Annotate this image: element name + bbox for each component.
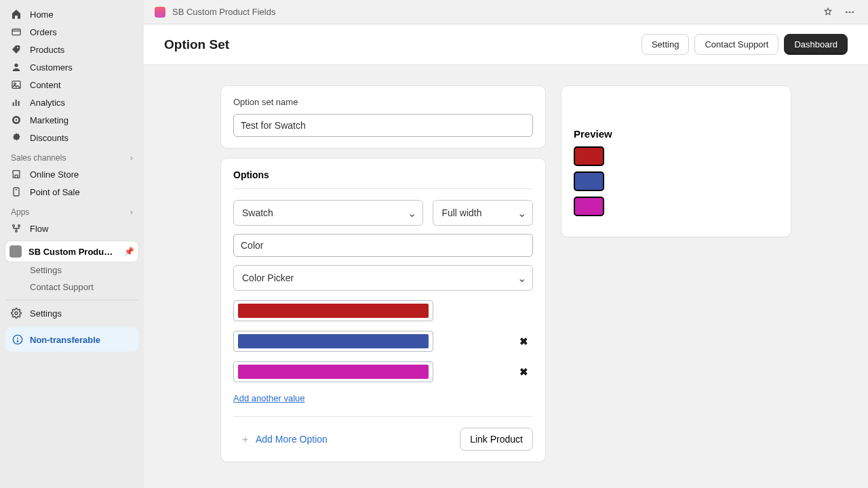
sidebar-item-orders[interactable]: Orders bbox=[5, 23, 138, 41]
app-sub-contact-support[interactable]: Contact Support bbox=[5, 279, 138, 296]
value-mode-select[interactable]: Color Picker bbox=[233, 265, 533, 291]
svg-rect-5 bbox=[13, 102, 14, 106]
sidebar-settings[interactable]: Settings bbox=[5, 304, 138, 322]
sidebar-item-label: Customers bbox=[30, 62, 73, 73]
customers-icon bbox=[11, 62, 22, 73]
info-icon bbox=[12, 334, 23, 345]
apps-header[interactable]: Apps › bbox=[5, 201, 138, 220]
sidebar-item-analytics[interactable]: Analytics bbox=[5, 94, 138, 111]
sidebar-item-label: Products bbox=[30, 45, 64, 55]
products-icon bbox=[11, 44, 22, 55]
preview-title: Preview bbox=[574, 128, 778, 140]
pin-icon[interactable]: 📌 bbox=[124, 247, 134, 256]
sidebar-item-label: Point of Sale bbox=[30, 187, 80, 197]
settings-label: Settings bbox=[30, 308, 62, 319]
preview-swatch[interactable] bbox=[574, 146, 604, 166]
svg-point-1 bbox=[17, 47, 18, 48]
gear-icon bbox=[11, 308, 22, 319]
content-icon bbox=[11, 79, 22, 90]
option-label-input[interactable] bbox=[233, 234, 533, 257]
option-set-name-input[interactable] bbox=[233, 114, 533, 137]
active-app-label: SB Custom Product Fi... bbox=[28, 247, 117, 257]
dashboard-button[interactable]: Dashboard bbox=[784, 34, 848, 55]
option-type-select[interactable]: Swatch bbox=[233, 200, 423, 226]
sidebar-item-discounts[interactable]: Discounts bbox=[5, 129, 138, 146]
non-transferable-label: Non-transferable bbox=[30, 335, 100, 345]
chevron-right-icon: › bbox=[130, 153, 133, 163]
more-icon[interactable] bbox=[842, 5, 857, 20]
remove-swatch-icon[interactable]: ✖ bbox=[519, 366, 533, 378]
sales-channels-header[interactable]: Sales channels › bbox=[5, 146, 138, 165]
svg-rect-7 bbox=[18, 101, 20, 106]
sidebar-item-products[interactable]: Products bbox=[5, 41, 138, 58]
page-title: Option Set bbox=[164, 37, 636, 52]
online-store-icon bbox=[11, 169, 22, 180]
swatch-value-row: ✖ bbox=[233, 331, 533, 352]
sales-channels-label: Sales channels bbox=[11, 153, 66, 163]
swatch-value-row: ✖ bbox=[233, 361, 533, 382]
app-sub-settings[interactable]: Settings bbox=[5, 262, 138, 279]
remove-swatch-icon[interactable]: ✖ bbox=[519, 336, 533, 348]
sidebar-item-pos[interactable]: Point of Sale bbox=[5, 183, 138, 201]
add-another-value-link[interactable]: Add another value bbox=[233, 393, 305, 403]
sidebar-item-label: Content bbox=[30, 80, 61, 90]
active-app-item[interactable]: SB Custom Product Fi... 📌 bbox=[5, 241, 138, 262]
svg-rect-6 bbox=[16, 100, 17, 106]
svg-point-20 bbox=[849, 11, 851, 13]
svg-point-19 bbox=[846, 11, 848, 13]
app-icon bbox=[9, 245, 22, 258]
swatch-color-input[interactable] bbox=[233, 300, 433, 321]
sidebar-item-flow[interactable]: Flow bbox=[5, 220, 138, 237]
svg-point-14 bbox=[16, 230, 18, 232]
sidebar-item-online-store[interactable]: Online Store bbox=[5, 165, 138, 183]
flow-icon bbox=[11, 223, 22, 234]
swatch-color-input[interactable] bbox=[233, 361, 433, 382]
svg-point-13 bbox=[18, 225, 20, 227]
svg-point-18 bbox=[17, 341, 18, 342]
main: SB Custom Product Fields Option Set Sett… bbox=[144, 0, 868, 488]
option-width-select[interactable]: Full width bbox=[433, 200, 533, 226]
setting-button[interactable]: Setting bbox=[642, 34, 689, 55]
sidebar-item-label: Orders bbox=[30, 27, 57, 37]
sidebar-item-customers[interactable]: Customers bbox=[5, 58, 138, 76]
preview-card: Preview bbox=[561, 85, 791, 237]
chevron-right-icon: › bbox=[130, 207, 133, 217]
svg-point-21 bbox=[852, 11, 854, 13]
orders-icon bbox=[11, 26, 22, 37]
svg-rect-0 bbox=[12, 29, 20, 35]
swatch-color-input[interactable] bbox=[233, 331, 433, 352]
discounts-icon bbox=[11, 132, 22, 143]
svg-point-10 bbox=[16, 119, 18, 121]
sidebar-item-label: Analytics bbox=[30, 98, 65, 108]
add-more-option-label: Add More Option bbox=[256, 434, 328, 445]
svg-point-12 bbox=[13, 225, 15, 227]
non-transferable-banner[interactable]: Non-transferable bbox=[5, 327, 138, 352]
app-logo-icon bbox=[155, 7, 165, 18]
svg-point-15 bbox=[15, 312, 18, 314]
analytics-icon bbox=[11, 97, 22, 108]
sidebar-item-label: Flow bbox=[30, 224, 48, 234]
topbar: SB Custom Product Fields bbox=[144, 0, 868, 24]
page-header: Option Set Setting Contact Support Dashb… bbox=[144, 24, 868, 65]
pin-icon[interactable] bbox=[821, 5, 835, 20]
option-set-name-card: Option set name bbox=[220, 85, 546, 148]
content: Option set name Options Swatch ⌄ Full wi… bbox=[144, 65, 868, 488]
sidebar-item-home[interactable]: Home bbox=[5, 5, 138, 23]
preview-swatch[interactable] bbox=[574, 171, 604, 191]
link-product-button[interactable]: Link Product bbox=[460, 428, 533, 451]
sidebar-item-content[interactable]: Content bbox=[5, 76, 138, 94]
topbar-title: SB Custom Product Fields bbox=[172, 7, 814, 17]
contact-support-button[interactable]: Contact Support bbox=[694, 34, 778, 55]
svg-point-2 bbox=[14, 64, 18, 67]
options-heading: Options bbox=[233, 169, 533, 180]
sidebar-item-marketing[interactable]: Marketing bbox=[5, 111, 138, 129]
option-set-name-label: Option set name bbox=[233, 97, 533, 107]
plus-icon: ＋ bbox=[240, 433, 250, 446]
marketing-icon bbox=[11, 115, 22, 125]
options-card: Options Swatch ⌄ Full width ⌄ Color Pick… bbox=[220, 158, 546, 462]
add-more-option-button[interactable]: ＋ Add More Option bbox=[233, 429, 334, 450]
apps-label: Apps bbox=[11, 207, 29, 217]
preview-swatch[interactable] bbox=[574, 197, 604, 216]
sidebar-item-label: Online Store bbox=[30, 169, 79, 180]
svg-point-4 bbox=[14, 83, 16, 85]
